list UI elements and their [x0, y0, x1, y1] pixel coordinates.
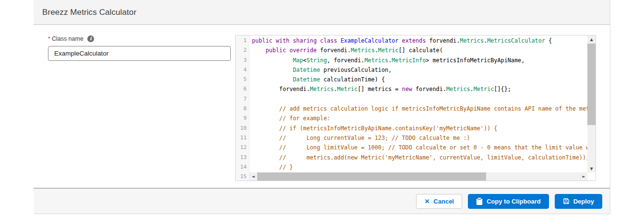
code-line: public override forvendi.Metrics.Metric[…: [252, 45, 587, 55]
line-number: 6: [236, 84, 249, 94]
code-line: // Long currentValue = 123; // TODO calc…: [252, 133, 587, 143]
code-line: // add metrics calculation logic if metr…: [252, 104, 587, 114]
line-number: 12: [236, 143, 249, 152]
scroll-left-icon[interactable]: ◄: [250, 172, 257, 181]
panel-header: Breezz Metrics Calculator: [34, 0, 610, 25]
code-line: // Long limitValue = 1000; // TODO calcu…: [252, 143, 587, 152]
line-number: 3: [236, 56, 249, 65]
line-number: 2: [236, 45, 249, 55]
code-line: Datetime previousCalculation,: [252, 65, 587, 75]
line-number: 8: [236, 104, 249, 114]
code-line: Map<String, forvendi.Metrics.MetricInfo>…: [252, 56, 587, 65]
scrollbar-corner: [587, 172, 596, 181]
line-number: 13: [236, 153, 249, 162]
code-line: forvendi.Metrics.Metric[] metrics = new …: [252, 84, 587, 94]
code-line: // }: [252, 162, 587, 172]
class-name-label-text: Class name: [52, 35, 83, 42]
page-title: Breezz Metrics Calculator: [42, 8, 136, 17]
code-line: // metrics.add(new Metric('myMetricName'…: [252, 153, 587, 162]
code-line: // if (metricsInfoMetricByApiName.contai…: [252, 124, 587, 133]
line-number: 9: [236, 114, 249, 123]
copy-to-clipboard-button[interactable]: Copy to Clipboard: [468, 194, 549, 209]
line-number: 4: [236, 65, 249, 75]
class-name-input[interactable]: [48, 46, 231, 61]
close-icon: ✕: [424, 198, 429, 205]
horizontal-scrollbar[interactable]: ◄ ►: [250, 172, 587, 181]
class-name-label: * Class name i: [48, 35, 94, 42]
line-number: 1: [236, 36, 249, 45]
line-number: 11: [236, 133, 249, 143]
required-marker: *: [48, 35, 50, 42]
copy-to-clipboard-label: Copy to Clipboard: [487, 198, 541, 205]
vertical-scrollbar[interactable]: ▲ ▼: [587, 35, 596, 172]
line-number-gutter: 123456789101112131415: [236, 35, 250, 181]
code-line: [252, 94, 587, 104]
code-content[interactable]: public with sharing class ExampleCalcula…: [250, 35, 587, 172]
code-line: // for example:: [252, 114, 587, 123]
clipboard-icon: [476, 198, 483, 205]
line-number: 5: [236, 75, 249, 84]
panel-footer: ✕ Cancel Copy to Clipboard Deploy: [34, 188, 610, 214]
info-icon[interactable]: i: [87, 35, 94, 42]
horizontal-scroll-thumb[interactable]: [257, 172, 486, 181]
cancel-button-label: Cancel: [433, 198, 454, 205]
line-number: 15: [236, 172, 249, 181]
code-editor[interactable]: 123456789101112131415 public with sharin…: [235, 35, 596, 181]
line-number: 14: [236, 162, 249, 172]
save-icon: [563, 198, 570, 205]
scroll-down-icon[interactable]: ▼: [587, 165, 596, 172]
scroll-up-icon[interactable]: ▲: [587, 35, 596, 43]
metrics-calculator-panel: Breezz Metrics Calculator * Class name i…: [34, 0, 610, 214]
deploy-button-label: Deploy: [573, 198, 594, 205]
line-number: 10: [236, 124, 249, 133]
deploy-button[interactable]: Deploy: [555, 194, 602, 209]
code-line: public with sharing class ExampleCalcula…: [252, 36, 587, 45]
vertical-scroll-thumb[interactable]: [587, 44, 596, 125]
line-number: 7: [236, 94, 249, 104]
cancel-button[interactable]: ✕ Cancel: [416, 194, 462, 209]
scroll-right-icon[interactable]: ►: [580, 172, 587, 181]
panel-body: * Class name i 123456789101112131415 pub…: [34, 25, 610, 188]
code-line: Datetime calculationTime) {: [252, 75, 587, 84]
